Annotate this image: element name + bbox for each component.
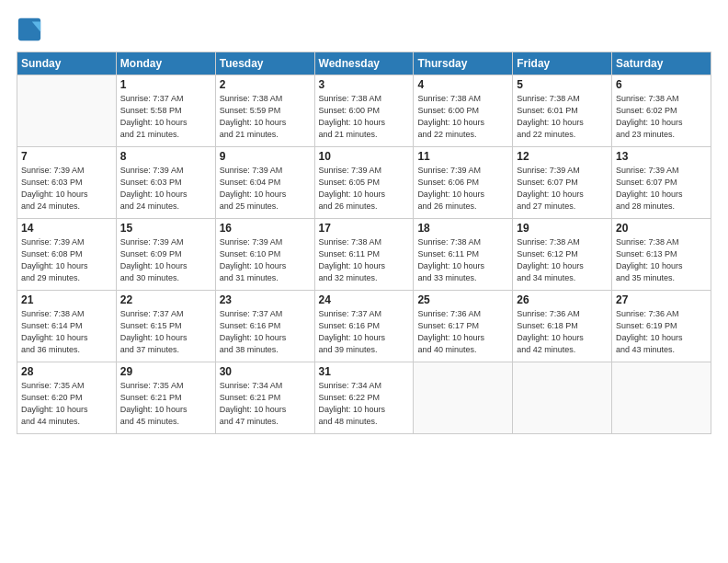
day-number: 22: [120, 293, 211, 306]
day-info: Sunrise: 7:34 AM Sunset: 6:22 PM Dayligh…: [319, 380, 410, 428]
day-number: 3: [319, 78, 410, 91]
svg-rect-0: [18, 18, 40, 40]
day-number: 9: [220, 150, 311, 163]
calendar-cell: 13Sunrise: 7:39 AM Sunset: 6:07 PM Dayli…: [612, 147, 711, 219]
day-number: 13: [616, 150, 707, 163]
day-number: 20: [616, 222, 707, 235]
day-info: Sunrise: 7:39 AM Sunset: 6:09 PM Dayligh…: [120, 236, 211, 284]
calendar-cell: 30Sunrise: 7:34 AM Sunset: 6:21 PM Dayli…: [215, 362, 314, 434]
calendar-table: SundayMondayTuesdayWednesdayThursdayFrid…: [17, 52, 711, 434]
weekday-header-friday: Friday: [513, 52, 612, 75]
calendar-cell: 26Sunrise: 7:36 AM Sunset: 6:18 PM Dayli…: [513, 291, 612, 362]
calendar-cell: 15Sunrise: 7:39 AM Sunset: 6:09 PM Dayli…: [116, 219, 215, 291]
day-info: Sunrise: 7:38 AM Sunset: 6:11 PM Dayligh…: [417, 236, 508, 284]
calendar-cell: 14Sunrise: 7:39 AM Sunset: 6:08 PM Dayli…: [17, 219, 117, 291]
calendar-cell: 3Sunrise: 7:38 AM Sunset: 6:00 PM Daylig…: [314, 75, 414, 147]
day-info: Sunrise: 7:37 AM Sunset: 6:16 PM Dayligh…: [319, 308, 410, 356]
day-info: Sunrise: 7:36 AM Sunset: 6:17 PM Dayligh…: [417, 308, 508, 356]
logo: [17, 17, 44, 42]
day-number: 7: [21, 150, 112, 163]
calendar-cell: 25Sunrise: 7:36 AM Sunset: 6:17 PM Dayli…: [414, 291, 513, 362]
calendar-cell: 24Sunrise: 7:37 AM Sunset: 6:16 PM Dayli…: [314, 291, 414, 362]
day-info: Sunrise: 7:38 AM Sunset: 6:00 PM Dayligh…: [319, 93, 410, 141]
day-number: 1: [120, 78, 211, 91]
day-info: Sunrise: 7:36 AM Sunset: 6:19 PM Dayligh…: [616, 308, 707, 356]
day-number: 2: [220, 78, 311, 91]
day-info: Sunrise: 7:38 AM Sunset: 6:12 PM Dayligh…: [517, 236, 608, 284]
day-number: 4: [417, 78, 508, 91]
day-info: Sunrise: 7:37 AM Sunset: 6:16 PM Dayligh…: [220, 308, 311, 356]
day-number: 23: [220, 293, 311, 306]
day-number: 14: [21, 222, 112, 235]
calendar-cell: 22Sunrise: 7:37 AM Sunset: 6:15 PM Dayli…: [116, 291, 215, 362]
weekday-header-thursday: Thursday: [414, 52, 513, 75]
calendar-cell: 9Sunrise: 7:39 AM Sunset: 6:04 PM Daylig…: [215, 147, 314, 219]
calendar-cell: 18Sunrise: 7:38 AM Sunset: 6:11 PM Dayli…: [414, 219, 513, 291]
calendar-cell: 7Sunrise: 7:39 AM Sunset: 6:03 PM Daylig…: [17, 147, 117, 219]
day-number: 5: [517, 78, 608, 91]
day-number: 28: [21, 365, 112, 378]
day-number: 24: [319, 293, 410, 306]
day-info: Sunrise: 7:39 AM Sunset: 6:03 PM Dayligh…: [21, 165, 112, 213]
calendar-cell: 10Sunrise: 7:39 AM Sunset: 6:05 PM Dayli…: [314, 147, 414, 219]
day-number: 6: [616, 78, 707, 91]
day-info: Sunrise: 7:38 AM Sunset: 6:13 PM Dayligh…: [616, 236, 707, 284]
day-number: 21: [21, 293, 112, 306]
calendar-cell: 11Sunrise: 7:39 AM Sunset: 6:06 PM Dayli…: [414, 147, 513, 219]
day-info: Sunrise: 7:34 AM Sunset: 6:21 PM Dayligh…: [220, 380, 311, 428]
calendar-cell: [414, 362, 513, 434]
calendar-cell: 8Sunrise: 7:39 AM Sunset: 6:03 PM Daylig…: [116, 147, 215, 219]
day-info: Sunrise: 7:39 AM Sunset: 6:08 PM Dayligh…: [21, 236, 112, 284]
day-number: 19: [517, 222, 608, 235]
day-info: Sunrise: 7:38 AM Sunset: 6:00 PM Dayligh…: [417, 93, 508, 141]
day-info: Sunrise: 7:38 AM Sunset: 6:01 PM Dayligh…: [517, 93, 608, 141]
calendar-cell: [17, 75, 117, 147]
day-number: 8: [120, 150, 211, 163]
day-info: Sunrise: 7:39 AM Sunset: 6:04 PM Dayligh…: [220, 165, 311, 213]
day-info: Sunrise: 7:37 AM Sunset: 6:15 PM Dayligh…: [120, 308, 211, 356]
day-info: Sunrise: 7:36 AM Sunset: 6:18 PM Dayligh…: [517, 308, 608, 356]
calendar-cell: 20Sunrise: 7:38 AM Sunset: 6:13 PM Dayli…: [612, 219, 711, 291]
day-info: Sunrise: 7:38 AM Sunset: 6:02 PM Dayligh…: [616, 93, 707, 141]
calendar-cell: 6Sunrise: 7:38 AM Sunset: 6:02 PM Daylig…: [612, 75, 711, 147]
calendar-cell: 5Sunrise: 7:38 AM Sunset: 6:01 PM Daylig…: [513, 75, 612, 147]
day-number: 25: [417, 293, 508, 306]
calendar-cell: 2Sunrise: 7:38 AM Sunset: 5:59 PM Daylig…: [215, 75, 314, 147]
day-info: Sunrise: 7:39 AM Sunset: 6:07 PM Dayligh…: [616, 165, 707, 213]
calendar-cell: 28Sunrise: 7:35 AM Sunset: 6:20 PM Dayli…: [17, 362, 117, 434]
calendar-cell: 29Sunrise: 7:35 AM Sunset: 6:21 PM Dayli…: [116, 362, 215, 434]
weekday-header-saturday: Saturday: [612, 52, 711, 75]
calendar-cell: 17Sunrise: 7:38 AM Sunset: 6:11 PM Dayli…: [314, 219, 414, 291]
day-number: 15: [120, 222, 211, 235]
day-number: 29: [120, 365, 211, 378]
day-number: 31: [319, 365, 410, 378]
day-info: Sunrise: 7:39 AM Sunset: 6:03 PM Dayligh…: [120, 165, 211, 213]
day-number: 16: [220, 222, 311, 235]
calendar-cell: 4Sunrise: 7:38 AM Sunset: 6:00 PM Daylig…: [414, 75, 513, 147]
calendar-cell: [513, 362, 612, 434]
day-info: Sunrise: 7:39 AM Sunset: 6:05 PM Dayligh…: [319, 165, 410, 213]
day-number: 11: [417, 150, 508, 163]
day-number: 30: [220, 365, 311, 378]
weekday-header-monday: Monday: [116, 52, 215, 75]
calendar-cell: 16Sunrise: 7:39 AM Sunset: 6:10 PM Dayli…: [215, 219, 314, 291]
calendar-cell: 21Sunrise: 7:38 AM Sunset: 6:14 PM Dayli…: [17, 291, 117, 362]
calendar-cell: [612, 362, 711, 434]
day-number: 17: [319, 222, 410, 235]
weekday-header-tuesday: Tuesday: [215, 52, 314, 75]
day-number: 27: [616, 293, 707, 306]
weekday-header-sunday: Sunday: [17, 52, 117, 75]
day-info: Sunrise: 7:38 AM Sunset: 6:11 PM Dayligh…: [319, 236, 410, 284]
day-info: Sunrise: 7:38 AM Sunset: 6:14 PM Dayligh…: [21, 308, 112, 356]
weekday-header-wednesday: Wednesday: [314, 52, 414, 75]
day-info: Sunrise: 7:39 AM Sunset: 6:10 PM Dayligh…: [220, 236, 311, 284]
day-info: Sunrise: 7:38 AM Sunset: 5:59 PM Dayligh…: [220, 93, 311, 141]
day-info: Sunrise: 7:35 AM Sunset: 6:21 PM Dayligh…: [120, 380, 211, 428]
day-info: Sunrise: 7:37 AM Sunset: 5:58 PM Dayligh…: [120, 93, 211, 141]
calendar-cell: 19Sunrise: 7:38 AM Sunset: 6:12 PM Dayli…: [513, 219, 612, 291]
day-info: Sunrise: 7:35 AM Sunset: 6:20 PM Dayligh…: [21, 380, 112, 428]
calendar-cell: 12Sunrise: 7:39 AM Sunset: 6:07 PM Dayli…: [513, 147, 612, 219]
calendar-cell: 31Sunrise: 7:34 AM Sunset: 6:22 PM Dayli…: [314, 362, 414, 434]
day-number: 26: [517, 293, 608, 306]
calendar-cell: 1Sunrise: 7:37 AM Sunset: 5:58 PM Daylig…: [116, 75, 215, 147]
